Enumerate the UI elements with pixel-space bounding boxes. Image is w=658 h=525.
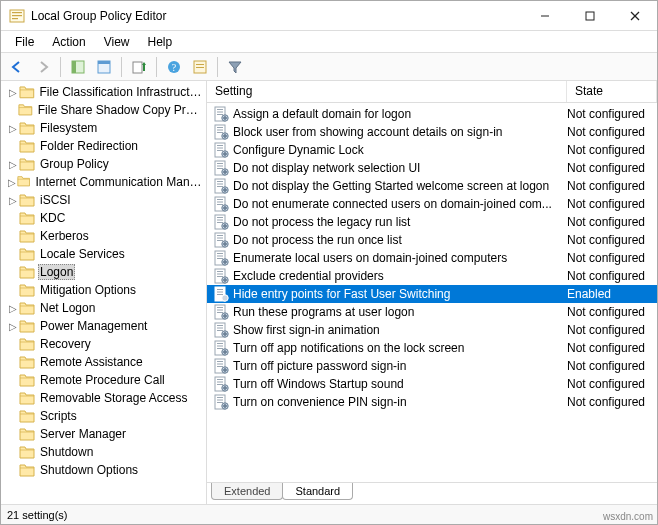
list-row[interactable]: Do not process the run once listNot conf… xyxy=(207,231,657,249)
menu-file[interactable]: File xyxy=(7,33,42,51)
list-row[interactable]: Block user from showing account details … xyxy=(207,123,657,141)
tree-item[interactable]: ▷Mitigation Options xyxy=(1,281,206,299)
list-row[interactable]: Do not process the legacy run listNot co… xyxy=(207,213,657,231)
folder-icon xyxy=(19,409,35,423)
tree-item-label: Kerberos xyxy=(38,229,91,243)
policy-setting-icon xyxy=(213,106,229,122)
tree-item[interactable]: ▷Locale Services xyxy=(1,245,206,263)
tab-extended[interactable]: Extended xyxy=(211,483,283,500)
svg-rect-117 xyxy=(217,366,223,367)
tree-item[interactable]: ▷Server Manager xyxy=(1,425,206,443)
tree-item[interactable]: ▷Scripts xyxy=(1,407,206,425)
expander-icon[interactable]: ▷ xyxy=(7,159,19,170)
tree-item[interactable]: ▷Removable Storage Access xyxy=(1,389,206,407)
tree-item-label: iSCSI xyxy=(38,193,73,207)
svg-rect-69 xyxy=(217,238,223,239)
expander-icon[interactable]: ▷ xyxy=(7,195,19,206)
window-title: Local Group Policy Editor xyxy=(31,9,522,23)
forward-button[interactable] xyxy=(31,55,55,79)
tree-item-label: Group Policy xyxy=(38,157,111,171)
state-label: Not configured xyxy=(567,107,657,121)
policy-setting-icon xyxy=(213,124,229,140)
setting-label: Show first sign-in animation xyxy=(233,323,567,337)
expander-icon[interactable]: ▷ xyxy=(7,321,19,332)
list-row[interactable]: Show first sign-in animationNot configur… xyxy=(207,321,657,339)
list-row[interactable]: Enumerate local users on domain-joined c… xyxy=(207,249,657,267)
list-row[interactable]: Configure Dynamic LockNot configured xyxy=(207,141,657,159)
tree-item[interactable]: ▷Group Policy xyxy=(1,155,206,173)
svg-rect-62 xyxy=(217,220,223,221)
tree-item[interactable]: ▷Filesystem xyxy=(1,119,206,137)
tree-item[interactable]: ▷Recovery xyxy=(1,335,206,353)
show-hide-action-pane-button[interactable] xyxy=(66,55,90,79)
menu-help[interactable]: Help xyxy=(140,33,181,51)
tree-item[interactable]: ▷Net Logon xyxy=(1,299,206,317)
list-row[interactable]: Turn off app notifications on the lock s… xyxy=(207,339,657,357)
folder-icon xyxy=(19,301,35,315)
maximize-button[interactable] xyxy=(567,1,612,30)
tree-item-label: Logon xyxy=(38,264,75,280)
svg-rect-24 xyxy=(223,117,227,119)
expander-icon[interactable]: ▷ xyxy=(7,303,19,314)
list-row[interactable]: Turn on convenience PIN sign-inNot confi… xyxy=(207,393,657,411)
close-button[interactable] xyxy=(612,1,657,30)
folder-icon xyxy=(19,121,35,135)
column-state[interactable]: State xyxy=(567,81,657,102)
expander-icon[interactable]: ▷ xyxy=(7,123,19,134)
list-row[interactable]: Assign a default domain for logonNot con… xyxy=(207,105,657,123)
tree-item[interactable]: ▷File Share Shadow Copy Provider xyxy=(1,101,206,119)
tree-item[interactable]: ▷Logon xyxy=(1,263,206,281)
state-label: Not configured xyxy=(567,125,657,139)
tree-item[interactable]: ▷iSCSI xyxy=(1,191,206,209)
back-button[interactable] xyxy=(5,55,29,79)
svg-rect-38 xyxy=(223,153,227,155)
tab-standard[interactable]: Standard xyxy=(282,483,353,500)
svg-rect-12 xyxy=(133,62,142,73)
tree-item-label: Locale Services xyxy=(38,247,127,261)
filter-button[interactable] xyxy=(223,55,247,79)
list-row[interactable]: Turn off picture password sign-inNot con… xyxy=(207,357,657,375)
svg-rect-48 xyxy=(217,184,223,185)
folder-icon xyxy=(19,211,35,225)
svg-rect-103 xyxy=(217,330,223,331)
tree-item[interactable]: ▷Kerberos xyxy=(1,227,206,245)
policy-setting-icon xyxy=(213,178,229,194)
tree-item[interactable]: ▷File Classification Infrastructure xyxy=(1,83,206,101)
column-setting[interactable]: Setting xyxy=(207,81,567,102)
list-row[interactable]: Hide entry points for Fast User Switchin… xyxy=(207,285,657,303)
menu-action[interactable]: Action xyxy=(44,33,93,51)
content-area: ▷File Classification Infrastructure▷File… xyxy=(1,81,657,504)
menu-view[interactable]: View xyxy=(96,33,138,51)
list-row[interactable]: Do not display network selection UINot c… xyxy=(207,159,657,177)
tree-item-label: KDC xyxy=(38,211,67,225)
state-label: Not configured xyxy=(567,323,657,337)
svg-text:?: ? xyxy=(172,62,177,73)
tree-item[interactable]: ▷Shutdown Options xyxy=(1,461,206,479)
list-body[interactable]: Assign a default domain for logonNot con… xyxy=(207,103,657,482)
properties-button[interactable] xyxy=(188,55,212,79)
svg-rect-108 xyxy=(217,343,223,344)
list-row[interactable]: Turn off Windows Startup soundNot config… xyxy=(207,375,657,393)
svg-rect-87 xyxy=(223,279,227,281)
help-button[interactable]: ? xyxy=(162,55,186,79)
list-row[interactable]: Do not display the Getting Started welco… xyxy=(207,177,657,195)
tree-item-label: Remote Procedure Call xyxy=(38,373,167,387)
expander-icon[interactable]: ▷ xyxy=(7,87,19,98)
tree-item[interactable]: ▷Folder Redirection xyxy=(1,137,206,155)
minimize-button[interactable] xyxy=(522,1,567,30)
expander-icon[interactable]: ▷ xyxy=(7,177,17,188)
tree-item[interactable]: ▷Remote Procedure Call xyxy=(1,371,206,389)
tree-item[interactable]: ▷Shutdown xyxy=(1,443,206,461)
export-list-button[interactable] xyxy=(127,55,151,79)
show-hide-console-tree-button[interactable] xyxy=(92,55,116,79)
list-row[interactable]: Exclude credential providersNot configur… xyxy=(207,267,657,285)
folder-icon xyxy=(19,445,35,459)
tree-item[interactable]: ▷Power Management xyxy=(1,317,206,335)
list-row[interactable]: Run these programs at user logonNot conf… xyxy=(207,303,657,321)
list-row[interactable]: Do not enumerate connected users on doma… xyxy=(207,195,657,213)
folder-icon xyxy=(18,103,33,117)
tree-scroll[interactable]: ▷File Classification Infrastructure▷File… xyxy=(1,81,206,504)
tree-item[interactable]: ▷Internet Communication Management xyxy=(1,173,206,191)
tree-item[interactable]: ▷KDC xyxy=(1,209,206,227)
tree-item[interactable]: ▷Remote Assistance xyxy=(1,353,206,371)
